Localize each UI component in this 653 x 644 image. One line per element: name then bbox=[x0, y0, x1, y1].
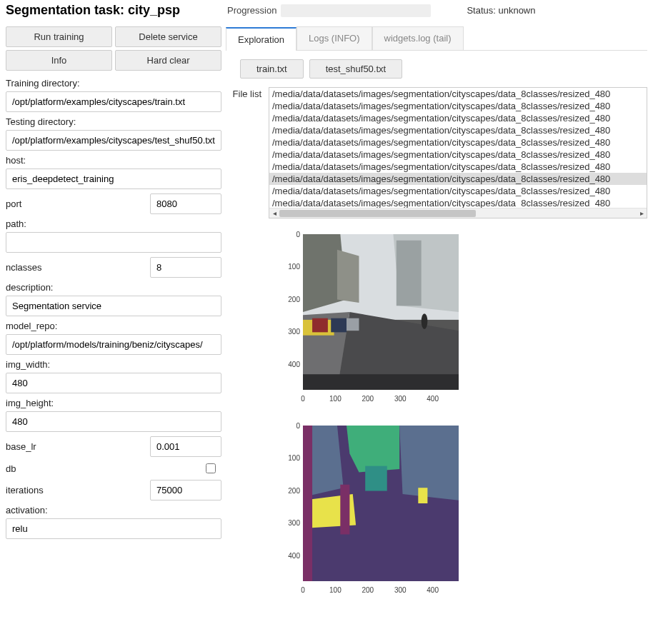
y-tick-label: 200 bbox=[283, 295, 300, 303]
tab-exploration[interactable]: Exploration bbox=[226, 27, 296, 51]
x-tick-label: 100 bbox=[329, 395, 342, 403]
tab-logs[interactable]: Logs (INFO) bbox=[296, 26, 372, 50]
file-list-row[interactable]: /media/data/datasets/images/segmentation… bbox=[269, 124, 647, 136]
svg-marker-19 bbox=[418, 488, 427, 503]
description-label: description: bbox=[6, 282, 221, 293]
info-button[interactable]: Info bbox=[6, 50, 112, 71]
testing-dir-label: Testing directory: bbox=[6, 116, 221, 127]
progress-bar bbox=[281, 4, 431, 17]
train-txt-button[interactable]: train.txt bbox=[240, 59, 304, 79]
delete-service-button[interactable]: Delete service bbox=[115, 26, 221, 47]
x-tick-label: 400 bbox=[427, 395, 439, 403]
scroll-left-icon[interactable]: ◂ bbox=[269, 208, 279, 218]
port-label: port bbox=[6, 198, 21, 209]
nclasses-label: nclasses bbox=[6, 262, 42, 273]
file-list-row[interactable]: /media/data/datasets/images/segmentation… bbox=[269, 149, 647, 161]
svg-rect-9 bbox=[331, 318, 347, 333]
model-repo-label: model_repo: bbox=[6, 321, 221, 331]
iterations-input[interactable] bbox=[150, 480, 221, 500]
hard-clear-button[interactable]: Hard clear bbox=[115, 50, 221, 71]
page-title: Segmentation task: city_psp bbox=[6, 3, 227, 18]
y-tick-label: 0 bbox=[283, 231, 300, 238]
path-input[interactable] bbox=[6, 232, 221, 253]
test-shuf-button[interactable]: test_shuf50.txt bbox=[309, 59, 403, 79]
x-tick-label: 100 bbox=[329, 586, 342, 594]
file-list-row[interactable]: /media/data/datasets/images/segmentation… bbox=[269, 88, 647, 100]
base-lr-label: base_lr bbox=[6, 441, 36, 452]
segmentation-mask bbox=[303, 426, 459, 581]
y-tick-label: 300 bbox=[283, 519, 300, 527]
svg-rect-4 bbox=[397, 241, 422, 306]
img-width-input[interactable] bbox=[6, 373, 221, 393]
svg-marker-21 bbox=[340, 485, 349, 535]
y-tick-label: 400 bbox=[283, 360, 300, 368]
training-dir-label: Training directory: bbox=[6, 78, 221, 89]
iterations-label: iterations bbox=[6, 485, 44, 495]
testing-dir-input[interactable] bbox=[6, 130, 221, 151]
x-tick-label: 0 bbox=[301, 586, 305, 594]
activation-input[interactable] bbox=[6, 518, 221, 539]
db-label: db bbox=[6, 463, 16, 474]
host-input[interactable] bbox=[6, 168, 221, 189]
path-label: path: bbox=[6, 218, 221, 229]
progression-label: Progression bbox=[227, 5, 276, 16]
base-lr-input[interactable] bbox=[150, 436, 221, 457]
run-training-button[interactable]: Run training bbox=[6, 26, 112, 47]
file-list-label: File list bbox=[226, 87, 269, 99]
y-tick-label: 0 bbox=[283, 422, 300, 430]
svg-rect-8 bbox=[312, 318, 328, 333]
source-image-chart: 01002003004000100200300400 bbox=[283, 231, 462, 403]
file-list-box[interactable]: /media/data/datasets/images/segmentation… bbox=[269, 87, 647, 218]
status-label: Status: unknown bbox=[467, 5, 535, 16]
activation-label: activation: bbox=[6, 505, 221, 515]
svg-marker-16 bbox=[399, 426, 459, 500]
svg-marker-2 bbox=[337, 250, 359, 303]
scroll-right-icon[interactable]: ▸ bbox=[637, 208, 647, 218]
x-tick-label: 300 bbox=[394, 586, 407, 594]
db-checkbox[interactable] bbox=[206, 463, 216, 473]
description-input[interactable] bbox=[6, 296, 221, 316]
svg-rect-10 bbox=[347, 318, 359, 331]
y-tick-label: 100 bbox=[283, 454, 300, 462]
x-tick-label: 200 bbox=[362, 586, 374, 594]
segmentation-mask-chart: 01002003004000100200300400 bbox=[283, 423, 462, 594]
nclasses-input[interactable] bbox=[150, 257, 221, 278]
y-tick-label: 100 bbox=[283, 263, 300, 271]
x-tick-label: 0 bbox=[301, 395, 305, 403]
x-tick-label: 200 bbox=[362, 395, 374, 403]
file-list-scrollbar[interactable]: ◂ ▸ bbox=[269, 208, 647, 218]
img-height-input[interactable] bbox=[6, 411, 221, 432]
y-tick-label: 300 bbox=[283, 328, 300, 336]
svg-point-12 bbox=[422, 313, 428, 329]
x-tick-label: 400 bbox=[427, 586, 439, 594]
port-input[interactable] bbox=[150, 193, 221, 214]
file-list-row[interactable]: /media/data/datasets/images/segmentation… bbox=[269, 185, 647, 197]
model-repo-input[interactable] bbox=[6, 334, 221, 355]
svg-marker-20 bbox=[303, 426, 312, 581]
host-label: host: bbox=[6, 155, 221, 166]
file-list-row[interactable]: /media/data/datasets/images/segmentation… bbox=[269, 173, 647, 185]
y-tick-label: 400 bbox=[283, 551, 300, 559]
training-dir-input[interactable] bbox=[6, 91, 221, 112]
file-list-row[interactable]: /media/data/datasets/images/segmentation… bbox=[269, 136, 647, 149]
img-width-label: img_width: bbox=[6, 359, 221, 370]
source-image bbox=[303, 234, 459, 390]
img-height-label: img_height: bbox=[6, 398, 221, 408]
file-list-row[interactable]: /media/data/datasets/images/segmentation… bbox=[269, 112, 647, 124]
svg-rect-17 bbox=[365, 466, 387, 491]
file-list-row[interactable]: /media/data/datasets/images/segmentation… bbox=[269, 100, 647, 112]
svg-rect-11 bbox=[303, 374, 459, 390]
file-list-row[interactable]: /media/data/datasets/images/segmentation… bbox=[269, 161, 647, 173]
y-tick-label: 200 bbox=[283, 486, 300, 494]
x-tick-label: 300 bbox=[394, 395, 407, 403]
tab-widgets-log[interactable]: widgets.log (tail) bbox=[372, 26, 464, 50]
